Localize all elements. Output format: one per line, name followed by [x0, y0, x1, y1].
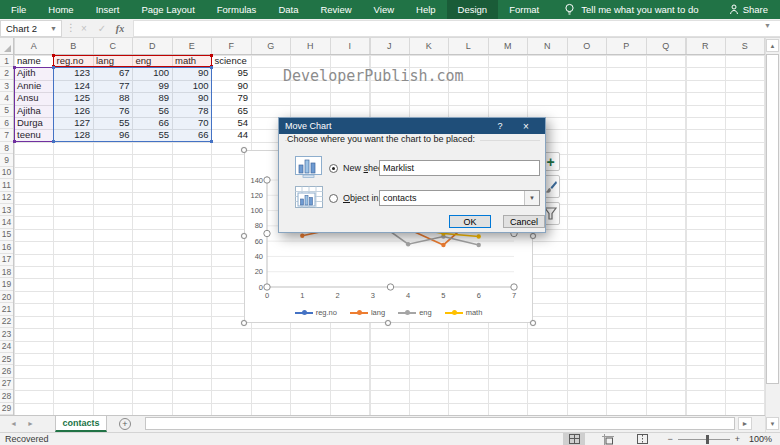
- data-cell[interactable]: 90: [212, 80, 252, 92]
- row-header-16[interactable]: 16: [0, 241, 13, 253]
- formula-input[interactable]: [133, 20, 780, 37]
- header-cell[interactable]: lang: [93, 55, 133, 67]
- row-header-29[interactable]: 29: [0, 403, 13, 415]
- page-layout-view-button[interactable]: [597, 433, 619, 445]
- header-cell[interactable]: eng: [133, 55, 173, 67]
- row-header-9[interactable]: 9: [0, 154, 13, 166]
- object-in-option[interactable]: Object in:: [329, 190, 381, 206]
- row-header-25[interactable]: 25: [0, 353, 13, 365]
- row-header-27[interactable]: 27: [0, 378, 13, 390]
- ribbon-tab-page-layout[interactable]: Page Layout: [130, 0, 205, 19]
- ribbon-tab-view[interactable]: View: [363, 0, 405, 19]
- share-button[interactable]: Share: [729, 0, 780, 19]
- row-header-3[interactable]: 3: [0, 80, 13, 92]
- header-cell[interactable]: reg.no: [54, 55, 94, 67]
- data-cell[interactable]: 127: [54, 117, 94, 129]
- zoom-slider[interactable]: [678, 439, 730, 440]
- chart-selection-handle[interactable]: [385, 320, 391, 326]
- sheet-nav-left-icon[interactable]: ◄: [10, 420, 17, 427]
- data-cell[interactable]: 55: [93, 117, 133, 129]
- ribbon-tab-file[interactable]: File: [0, 0, 37, 19]
- row-header-13[interactable]: 13: [0, 204, 13, 216]
- zoom-level[interactable]: 100%: [746, 434, 780, 444]
- data-cell[interactable]: 96: [93, 129, 133, 141]
- ribbon-tab-formulas[interactable]: Formulas: [206, 0, 268, 19]
- enter-entry-icon[interactable]: ✓: [94, 20, 110, 37]
- cancel-button[interactable]: Cancel: [503, 215, 545, 228]
- column-header-m[interactable]: M: [488, 38, 528, 54]
- data-cell[interactable]: 123: [54, 67, 94, 79]
- add-sheet-button[interactable]: +: [119, 418, 131, 430]
- chart-selection-handle[interactable]: [530, 233, 536, 239]
- vertical-scrollbar-thumb[interactable]: [766, 54, 779, 384]
- chart-selection-handle[interactable]: [241, 233, 247, 239]
- object-in-radio[interactable]: [329, 194, 338, 203]
- row-header-15[interactable]: 15: [0, 229, 13, 241]
- ribbon-tab-review[interactable]: Review: [309, 0, 362, 19]
- row-header-26[interactable]: 26: [0, 365, 13, 377]
- formula-bar-splitter[interactable]: ⋮: [66, 22, 76, 33]
- data-cell[interactable]: 99: [133, 80, 173, 92]
- row-header-4[interactable]: 4: [0, 92, 13, 104]
- row-header-20[interactable]: 20: [0, 291, 13, 303]
- new-sheet-radio[interactable]: [329, 164, 338, 173]
- column-header-i[interactable]: I: [330, 38, 370, 54]
- data-cell[interactable]: 77: [93, 80, 133, 92]
- column-header-o[interactable]: O: [567, 38, 607, 54]
- data-cell[interactable]: Ajitha: [14, 105, 54, 117]
- ribbon-tab-home[interactable]: Home: [37, 0, 84, 19]
- row-header-2[interactable]: 2: [0, 67, 13, 79]
- object-in-dropdown[interactable]: contacts ▼: [379, 190, 540, 206]
- row-header-12[interactable]: 12: [0, 192, 13, 204]
- header-cell[interactable]: name: [14, 55, 54, 67]
- sheet-nav-right-icon[interactable]: ►: [27, 420, 34, 427]
- zoom-slider-handle[interactable]: [706, 435, 709, 444]
- data-cell[interactable]: 56: [133, 105, 173, 117]
- data-cell[interactable]: 100: [133, 67, 173, 79]
- data-cell[interactable]: Ajith: [14, 67, 54, 79]
- row-header-1[interactable]: 1: [0, 55, 13, 67]
- insert-function-icon[interactable]: fx: [112, 20, 128, 37]
- data-cell[interactable]: 88: [93, 92, 133, 104]
- data-cell[interactable]: 54: [212, 117, 252, 129]
- column-header-d[interactable]: D: [133, 38, 173, 54]
- dropdown-chevron-icon[interactable]: ▼: [524, 191, 539, 205]
- data-cell[interactable]: 100: [172, 80, 212, 92]
- scroll-down-icon[interactable]: ▼: [766, 417, 779, 430]
- chart-selection-handle[interactable]: [241, 320, 247, 326]
- column-header-c[interactable]: C: [93, 38, 133, 54]
- dialog-help-button[interactable]: ?: [487, 121, 513, 131]
- row-header-17[interactable]: 17: [0, 254, 13, 266]
- data-cell[interactable]: 65: [212, 105, 252, 117]
- dialog-close-button[interactable]: ×: [513, 121, 539, 132]
- zoom-out-button[interactable]: −: [667, 434, 672, 444]
- row-header-23[interactable]: 23: [0, 328, 13, 340]
- status-left-text[interactable]: Recovered: [0, 434, 563, 444]
- page-break-view-button[interactable]: [631, 433, 653, 445]
- dialog-title-bar[interactable]: Move Chart ? ×: [279, 118, 545, 134]
- data-cell[interactable]: 125: [54, 92, 94, 104]
- new-sheet-name-input[interactable]: [379, 160, 540, 176]
- column-header-n[interactable]: N: [528, 38, 568, 54]
- data-cell[interactable]: 67: [93, 67, 133, 79]
- ok-button[interactable]: OK: [449, 215, 491, 228]
- data-cell[interactable]: 95: [212, 67, 252, 79]
- name-box[interactable]: Chart 2 ▼: [0, 20, 62, 37]
- ribbon-tab-insert[interactable]: Insert: [85, 0, 131, 19]
- data-cell[interactable]: Annie: [14, 80, 54, 92]
- data-cell[interactable]: 126: [54, 105, 94, 117]
- row-header-19[interactable]: 19: [0, 278, 13, 290]
- column-headers[interactable]: ABCDEFGHIJKLMNOPQRS: [0, 38, 765, 55]
- data-cell[interactable]: 76: [93, 105, 133, 117]
- column-header-l[interactable]: L: [449, 38, 489, 54]
- column-header-a[interactable]: A: [14, 38, 54, 54]
- row-header-11[interactable]: 11: [0, 179, 13, 191]
- row-header-14[interactable]: 14: [0, 216, 13, 228]
- data-cell[interactable]: 90: [172, 67, 212, 79]
- scroll-up-icon[interactable]: ▲: [766, 39, 779, 52]
- row-header-5[interactable]: 5: [0, 105, 13, 117]
- data-cell[interactable]: teenu: [14, 129, 54, 141]
- column-header-k[interactable]: K: [409, 38, 449, 54]
- data-cell[interactable]: 66: [172, 129, 212, 141]
- row-header-10[interactable]: 10: [0, 167, 13, 179]
